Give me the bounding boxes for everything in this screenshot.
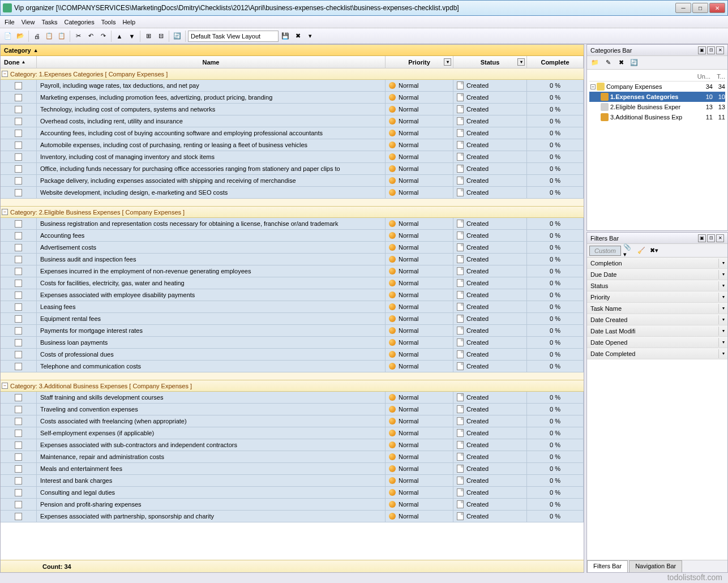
checkbox[interactable] <box>15 232 22 239</box>
task-row[interactable]: Costs associated with freelancing (when … <box>1 415 584 427</box>
done-cell[interactable] <box>1 313 37 324</box>
task-row[interactable]: Advertisement costsNormalCreated0 % <box>1 242 584 254</box>
done-cell[interactable] <box>1 115 37 127</box>
checkbox[interactable] <box>15 465 22 473</box>
checkbox[interactable] <box>15 394 22 401</box>
dropdown-icon[interactable]: ▾ <box>718 349 727 358</box>
layout-selector[interactable]: Default Task View Layout <box>188 31 279 42</box>
panel-auto-hide-icon[interactable]: ▣ <box>698 46 706 54</box>
checkbox[interactable] <box>15 489 22 496</box>
done-cell[interactable] <box>1 349 37 360</box>
dropdown-icon[interactable]: ▾ <box>718 327 727 336</box>
done-cell[interactable] <box>1 151 37 162</box>
cat-refresh-icon[interactable]: 🔄 <box>628 57 640 68</box>
checkbox[interactable] <box>15 256 22 263</box>
done-cell[interactable] <box>1 487 37 498</box>
toolbar-undo-icon[interactable]: ↶ <box>85 31 96 42</box>
task-row[interactable]: Maintenance, repair and administration c… <box>1 451 584 463</box>
toolbar-redo-icon[interactable]: ↷ <box>97 31 109 42</box>
minimize-button[interactable]: ─ <box>675 3 691 13</box>
task-row[interactable]: Automobile expenses, including cost of p… <box>1 139 584 151</box>
menu-help[interactable]: Help <box>122 19 135 25</box>
dropdown-icon[interactable]: ▾ <box>718 281 727 290</box>
checkbox[interactable] <box>15 244 22 251</box>
dropdown-icon[interactable]: ▾ <box>718 259 727 268</box>
filter-add-icon[interactable]: 📎▾ <box>623 245 634 256</box>
dropdown-icon[interactable]: ▾ <box>718 338 727 347</box>
toolbar-print-icon[interactable]: 🖨 <box>31 31 42 42</box>
task-row[interactable]: Expenses associated with partnership, sp… <box>1 511 584 522</box>
checkbox[interactable] <box>15 292 22 299</box>
filter-row[interactable]: Date Created▾ <box>587 314 727 325</box>
checkbox[interactable] <box>15 106 22 113</box>
grid-body[interactable]: −Category: 1.Expenses Categories [ Compa… <box>1 68 584 560</box>
task-row[interactable]: Expenses incurred in the employment of n… <box>1 265 584 277</box>
done-cell[interactable] <box>1 392 37 403</box>
category-row[interactable]: −Category: 2.Eligible Business Expenses … <box>1 207 584 218</box>
toolbar-refresh-icon[interactable]: 🔄 <box>172 31 183 42</box>
dropdown-icon[interactable]: ▾ <box>718 315 727 324</box>
checkbox[interactable] <box>15 351 22 358</box>
cat-edit-icon[interactable]: ✎ <box>602 57 614 68</box>
panel-close-icon[interactable]: ✕ <box>716 234 724 242</box>
checkbox[interactable] <box>15 339 22 346</box>
filter-dropdown-icon[interactable]: ▾ <box>444 58 451 66</box>
task-row[interactable]: Business loan paymentsNormalCreated0 % <box>1 337 584 349</box>
checkbox[interactable] <box>15 153 22 161</box>
checkbox[interactable] <box>15 118 22 125</box>
filter-row[interactable]: Completion▾ <box>587 258 727 269</box>
checkbox[interactable] <box>15 268 22 275</box>
done-cell[interactable] <box>1 92 37 103</box>
col-priority[interactable]: Priority▾ <box>386 56 453 68</box>
done-cell[interactable] <box>1 218 37 229</box>
done-cell[interactable] <box>1 127 37 139</box>
task-row[interactable]: Expenses associated with sub-contractors… <box>1 439 584 451</box>
done-cell[interactable] <box>1 337 37 348</box>
task-row[interactable]: Website development, including design, e… <box>1 187 584 199</box>
done-cell[interactable] <box>1 475 37 486</box>
checkbox[interactable] <box>15 406 22 413</box>
tree-item[interactable]: 1.Expenses Categories1010 <box>589 92 725 102</box>
cat-delete-icon[interactable]: ✖ <box>615 57 627 68</box>
col-done[interactable]: Done▲ <box>1 56 37 68</box>
custom-filter-button[interactable]: Custom <box>589 246 621 256</box>
done-cell[interactable] <box>1 415 37 427</box>
checkbox[interactable] <box>15 441 22 449</box>
checkbox[interactable] <box>15 418 22 425</box>
task-row[interactable]: Office, including funds necessary for pu… <box>1 163 584 175</box>
checkbox[interactable] <box>15 477 22 485</box>
task-row[interactable]: Accounting feesNormalCreated0 % <box>1 230 584 242</box>
toolbar-up-icon[interactable]: ▲ <box>114 31 125 42</box>
checkbox[interactable] <box>15 363 22 370</box>
task-row[interactable]: Meals and entertainment feesNormalCreate… <box>1 463 584 475</box>
toolbar-down-icon[interactable]: ▼ <box>126 31 138 42</box>
checkbox[interactable] <box>15 513 22 520</box>
checkbox[interactable] <box>15 94 22 101</box>
col-status[interactable]: Status▾ <box>453 56 527 68</box>
maximize-button[interactable]: □ <box>692 3 708 13</box>
task-row[interactable]: Business registration and representation… <box>1 218 584 230</box>
checkbox[interactable] <box>15 501 22 508</box>
task-row[interactable]: Costs for facilities, electricity, gas, … <box>1 277 584 289</box>
dropdown-icon[interactable]: ▾ <box>718 293 727 302</box>
filter-row[interactable]: Date Opened▾ <box>587 337 727 348</box>
layout-save-icon[interactable]: 💾 <box>280 31 291 42</box>
filter-row[interactable]: Date Completed▾ <box>587 348 727 359</box>
done-cell[interactable] <box>1 230 37 241</box>
group-by-header[interactable]: Category▲ <box>1 45 584 56</box>
done-cell[interactable] <box>1 439 37 451</box>
done-cell[interactable] <box>1 139 37 151</box>
menu-view[interactable]: View <box>22 19 35 25</box>
toolbar-new-icon[interactable]: 📄 <box>2 31 14 42</box>
filter-clear-icon[interactable]: 🧹 <box>636 245 647 256</box>
layout-delete-icon[interactable]: ✖ <box>292 31 303 42</box>
checkbox[interactable] <box>15 303 22 311</box>
panel-auto-hide-icon[interactable]: ▣ <box>698 234 706 242</box>
menu-tools[interactable]: Tools <box>101 19 116 25</box>
done-cell[interactable] <box>1 301 37 312</box>
toolbar-open-icon[interactable]: 📂 <box>15 31 26 42</box>
toolbar-copy-icon[interactable]: 📋 <box>44 31 55 42</box>
checkbox[interactable] <box>15 189 22 196</box>
done-cell[interactable] <box>1 254 37 265</box>
done-cell[interactable] <box>1 361 37 372</box>
